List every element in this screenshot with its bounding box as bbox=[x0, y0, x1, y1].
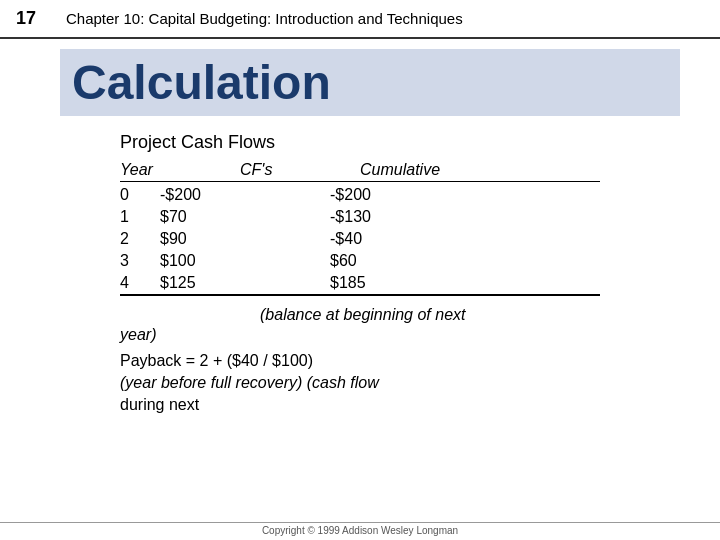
balance-note-line2: year) bbox=[120, 326, 680, 344]
year-1: 1 bbox=[120, 208, 150, 226]
payback-line: Payback = 2 + ($40 / $100) bbox=[120, 352, 680, 370]
cum-1: -$130 bbox=[270, 208, 450, 226]
year-3: 3 bbox=[120, 252, 150, 270]
section-title: Project Cash Flows bbox=[120, 132, 680, 153]
cash-flow-table: Year CF's Cumulative 0 -$200 -$200 1 $70… bbox=[120, 161, 600, 296]
balance-note-line1: (balance at beginning of next bbox=[260, 306, 680, 324]
year-0: 0 bbox=[120, 186, 150, 204]
cf-1: $70 bbox=[150, 208, 270, 226]
page-header: 17 Chapter 10: Capital Budgeting: Introd… bbox=[0, 0, 720, 39]
main-content: Calculation Project Cash Flows Year CF's… bbox=[0, 39, 720, 424]
table-row: 2 $90 -$40 bbox=[120, 228, 600, 250]
table-header-row: Year CF's Cumulative bbox=[120, 161, 600, 182]
header-year: Year bbox=[120, 161, 240, 179]
cf-4: $125 bbox=[150, 274, 270, 292]
cf-3: $100 bbox=[150, 252, 270, 270]
page-number: 17 bbox=[16, 8, 46, 29]
slide-title: Calculation bbox=[60, 49, 680, 116]
footer-copyright: Copyright © 1999 Addison Wesley Longman bbox=[0, 522, 720, 536]
table-row: 4 $125 $185 bbox=[120, 272, 600, 296]
cf-2: $90 bbox=[150, 230, 270, 248]
cum-0: -$200 bbox=[270, 186, 450, 204]
chapter-title: Chapter 10: Capital Budgeting: Introduct… bbox=[66, 10, 463, 27]
cum-2: -$40 bbox=[270, 230, 450, 248]
table-row: 1 $70 -$130 bbox=[120, 206, 600, 228]
table-row: 0 -$200 -$200 bbox=[120, 184, 600, 206]
table-row: 3 $100 $60 bbox=[120, 250, 600, 272]
year-4: 4 bbox=[120, 274, 150, 292]
header-cumulative: Cumulative bbox=[360, 161, 520, 179]
recovery-line: (year before full recovery) (cash flow bbox=[120, 374, 680, 392]
cum-4: $185 bbox=[270, 274, 450, 292]
year-2: 2 bbox=[120, 230, 150, 248]
cum-3: $60 bbox=[270, 252, 450, 270]
during-next-line: during next bbox=[120, 396, 680, 414]
cf-0: -$200 bbox=[150, 186, 270, 204]
header-cfs: CF's bbox=[240, 161, 360, 179]
